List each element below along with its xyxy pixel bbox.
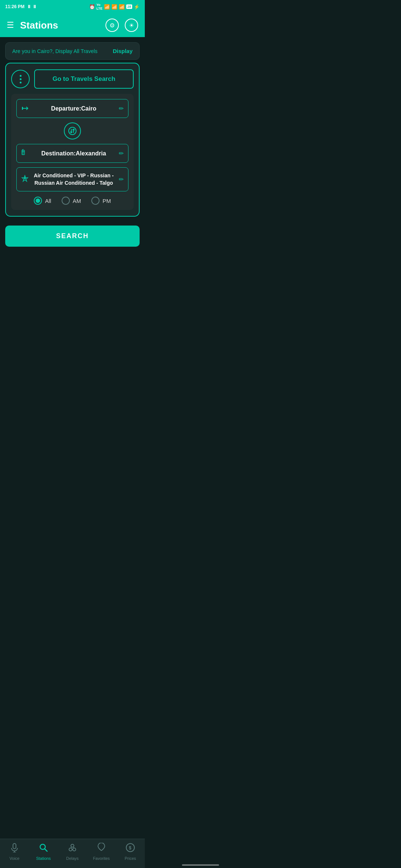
radio-circle-all — [34, 197, 42, 205]
radio-inner-all — [36, 198, 40, 203]
location-banner: Are you in Cairo?, Display All Travels D… — [5, 42, 140, 60]
svg-rect-0 — [22, 107, 23, 110]
signal-icon-2: 📶 — [111, 4, 117, 10]
destination-edit-icon[interactable]: ✏ — [119, 150, 124, 157]
search-form: Departure:Cairo ✏ — [11, 94, 134, 210]
options-menu-button[interactable] — [11, 70, 30, 88]
radio-label-all: All — [45, 198, 51, 204]
swap-directions-button[interactable] — [64, 122, 81, 139]
radio-label-am: AM — [73, 198, 81, 204]
departure-value: Departure:Cairo — [32, 105, 115, 112]
destination-icon — [21, 149, 29, 158]
svg-point-2 — [69, 127, 76, 135]
status-bar-right: ⏰ YoLTE 📶 📶 📶 28 ⚡ — [89, 3, 140, 10]
train-type-field[interactable]: Air Conditioned - VIP - Russian - Russia… — [16, 167, 128, 191]
destination-value: Destination:Alexandria — [32, 150, 115, 157]
three-dots-icon — [20, 75, 22, 83]
radio-am[interactable]: AM — [62, 197, 81, 205]
radio-label-pm: PM — [102, 198, 111, 204]
wifi-icon: 📶 — [119, 4, 125, 10]
departure-field[interactable]: Departure:Cairo ✏ — [16, 99, 128, 118]
search-button[interactable]: SEARCH — [5, 226, 140, 247]
swap-row — [16, 122, 128, 139]
train-type-icon — [21, 175, 29, 184]
banner-text: Are you in Cairo?, Display All Travels — [12, 48, 98, 54]
time-display: 11:26 PM — [5, 4, 25, 9]
alarm-icon: ⏰ — [89, 4, 95, 10]
status-bar-left: 11:26 PM ⏸ ⏸ — [5, 4, 37, 9]
card-top-row: Go to Travels Search — [11, 69, 134, 89]
radio-circle-pm — [91, 197, 100, 205]
radio-pm[interactable]: PM — [91, 197, 111, 205]
search-card: Go to Travels Search Departure:Cairo ✏ — [5, 63, 140, 217]
radio-circle-am — [62, 197, 70, 205]
hamburger-menu-icon[interactable]: ☰ — [7, 20, 14, 30]
time-filter-row: All AM PM — [16, 197, 128, 205]
lte-icon: YoLTE — [97, 3, 102, 10]
departure-icon — [21, 104, 29, 113]
settings-icon: ⚙ — [110, 22, 115, 29]
app-bar-left: ☰ Stations — [7, 20, 58, 31]
train-type-edit-icon[interactable]: ✏ — [119, 176, 124, 183]
radio-all[interactable]: All — [34, 197, 51, 205]
brightness-icon: ☀ — [129, 22, 134, 29]
departure-edit-icon[interactable]: ✏ — [119, 105, 124, 112]
battery-display: 28 — [126, 4, 132, 9]
app-bar-actions: ⚙ ☀ — [105, 19, 138, 32]
charging-icon: ⚡ — [134, 4, 140, 10]
media-icons: ⏸ ⏸ — [27, 4, 37, 9]
settings-button[interactable]: ⚙ — [105, 19, 119, 32]
goto-travels-button[interactable]: Go to Travels Search — [34, 69, 134, 89]
signal-icon: 📶 — [104, 4, 110, 10]
status-bar: 11:26 PM ⏸ ⏸ ⏰ YoLTE 📶 📶 📶 28 ⚡ — [0, 0, 145, 13]
display-button[interactable]: Display — [113, 48, 133, 54]
destination-field[interactable]: Destination:Alexandria ✏ — [16, 144, 128, 163]
app-bar: ☰ Stations ⚙ ☀ — [0, 13, 145, 37]
app-bar-title: Stations — [20, 20, 58, 31]
theme-toggle-button[interactable]: ☀ — [125, 19, 138, 32]
train-type-value: Air Conditioned - VIP - Russian - Russia… — [32, 172, 115, 187]
